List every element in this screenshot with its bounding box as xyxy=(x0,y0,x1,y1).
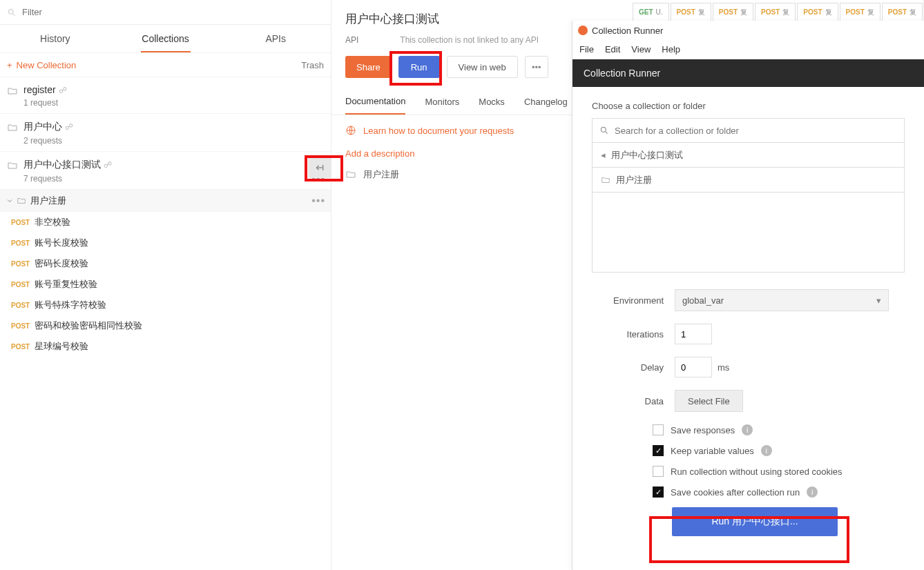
request-tab[interactable]: POST复 xyxy=(713,3,753,21)
collection-sub: 1 request xyxy=(23,98,324,108)
menu-edit[interactable]: Edit xyxy=(605,44,620,55)
menu-file[interactable]: File xyxy=(579,44,594,55)
more-icon[interactable]: ••• xyxy=(311,195,325,207)
method-badge: POST xyxy=(11,239,35,247)
request-item[interactable]: POST非空校验 xyxy=(0,212,331,233)
save-responses-checkbox[interactable] xyxy=(653,424,664,435)
keep-variable-checkbox[interactable] xyxy=(653,445,664,456)
runner-list-empty xyxy=(592,193,905,273)
request-item[interactable]: POST密码长度校验 xyxy=(0,253,331,274)
subtab-documentation[interactable]: Documentation xyxy=(345,89,405,115)
request-tab[interactable]: POST复 xyxy=(797,3,838,21)
search-icon xyxy=(7,8,17,17)
method-badge: POST xyxy=(761,8,780,16)
new-collection-row: + New Collection Trash xyxy=(0,52,331,77)
share-icon: ☍ xyxy=(65,122,73,132)
request-tab[interactable]: GETU. xyxy=(633,3,669,21)
filter-input[interactable] xyxy=(22,7,324,17)
request-item[interactable]: POST账号特殊字符校验 xyxy=(0,295,331,315)
delay-unit: ms xyxy=(718,362,729,373)
request-item[interactable]: POST星球编号校验 xyxy=(0,336,331,357)
crumb-text: 用户中心接口测试 xyxy=(611,149,683,161)
subtab-mocks[interactable]: Mocks xyxy=(479,89,505,115)
runner-item-text: 用户注册 xyxy=(616,174,652,186)
chevron-down-icon: ▾ xyxy=(876,295,881,306)
method-badge: POST xyxy=(11,219,35,226)
trash-link[interactable]: Trash xyxy=(301,60,324,70)
run-button[interactable]: Run xyxy=(398,56,440,78)
tab-history[interactable]: History xyxy=(0,25,110,52)
collapse-panel-button[interactable] xyxy=(308,157,331,178)
info-icon[interactable]: i xyxy=(742,424,753,435)
view-in-web-button[interactable]: View in web xyxy=(447,56,518,78)
runner-search-input[interactable] xyxy=(615,126,897,136)
collection-name: register xyxy=(23,84,56,95)
method-badge: POST xyxy=(11,302,35,309)
collection-item[interactable]: register ☍ 1 request xyxy=(0,77,331,114)
globe-icon xyxy=(345,125,356,136)
environment-value: global_var xyxy=(682,295,724,306)
collection-item[interactable]: 用户中心接口测试 ☍ 7 requests ••• xyxy=(0,152,331,190)
method-badge: POST xyxy=(888,8,907,16)
subtab-changelog[interactable]: Changelog xyxy=(524,89,568,115)
share-button[interactable]: Share xyxy=(345,56,392,78)
folder-icon xyxy=(7,86,18,97)
svg-point-5 xyxy=(601,127,606,132)
request-tab[interactable]: POST复 xyxy=(755,3,796,21)
more-button[interactable]: ••• xyxy=(525,56,548,78)
request-name: 非空校验 xyxy=(35,216,70,228)
method-badge: POST xyxy=(677,8,695,16)
api-label: API xyxy=(345,35,358,45)
info-icon[interactable]: i xyxy=(807,487,818,498)
select-file-button[interactable]: Select File xyxy=(675,390,743,412)
save-cookies-checkbox[interactable] xyxy=(653,487,664,498)
method-badge: POST xyxy=(11,281,35,288)
request-tabs-bar: GETU. POST复 POST复 POST复 POST复 POST复 POST… xyxy=(633,0,924,21)
data-label: Data xyxy=(592,396,675,406)
runner-folder-item[interactable]: 用户注册 xyxy=(592,168,905,193)
request-name: 密码长度校验 xyxy=(35,257,88,270)
collection-item[interactable]: 用户中心 ☍ 2 requests xyxy=(0,114,331,152)
save-responses-label: Save responses xyxy=(671,425,735,435)
folder-icon xyxy=(601,175,610,185)
runner-titlebar: Collection Runner xyxy=(572,21,924,40)
runner-breadcrumb[interactable]: ◂ 用户中心接口测试 xyxy=(592,143,905,168)
learn-text: Learn how to document your requests xyxy=(363,126,514,136)
caret-left-icon: ◂ xyxy=(601,150,606,160)
save-cookies-label: Save cookies after collection run xyxy=(671,487,800,498)
svg-point-0 xyxy=(8,9,13,14)
iterations-input[interactable] xyxy=(675,324,712,344)
new-collection-label: New Collection xyxy=(17,60,77,70)
folder-icon xyxy=(17,196,26,206)
tab-label: 复 xyxy=(740,8,747,17)
menu-view[interactable]: View xyxy=(631,44,651,55)
request-tab[interactable]: POST复 xyxy=(671,3,711,21)
request-item[interactable]: POST账号长度校验 xyxy=(0,233,331,253)
environment-label: Environment xyxy=(592,295,675,306)
new-collection-button[interactable]: + New Collection xyxy=(7,60,76,70)
runner-header: Collection Runner xyxy=(572,59,924,87)
info-icon[interactable]: i xyxy=(761,445,772,456)
method-badge: POST xyxy=(11,322,35,330)
environment-select[interactable]: global_var ▾ xyxy=(675,289,889,311)
folder-row[interactable]: 用户注册 ••• xyxy=(0,190,331,212)
subtab-monitors[interactable]: Monitors xyxy=(425,89,459,115)
sidebar: History Collections APIs + New Collectio… xyxy=(0,0,331,570)
search-icon xyxy=(599,126,609,135)
tab-collections[interactable]: Collections xyxy=(110,25,221,52)
runner-search-box xyxy=(592,118,905,143)
request-item[interactable]: POST账号重复性校验 xyxy=(0,274,331,295)
svg-line-6 xyxy=(606,132,608,134)
run-collection-button[interactable]: Run 用户中心接口... xyxy=(672,507,838,536)
request-tab[interactable]: POST复 xyxy=(882,3,923,21)
no-cookies-checkbox[interactable] xyxy=(653,466,664,477)
filter-row xyxy=(0,0,331,25)
request-tab[interactable]: POST复 xyxy=(840,3,880,21)
menu-help[interactable]: Help xyxy=(662,44,680,55)
tab-apis[interactable]: APIs xyxy=(220,25,331,52)
request-item[interactable]: POST密码和校验密码相同性校验 xyxy=(0,315,331,336)
share-icon: ☍ xyxy=(59,86,67,95)
delay-input[interactable] xyxy=(675,357,712,377)
request-name: 账号重复性校验 xyxy=(35,278,97,291)
collection-sub: 7 requests xyxy=(23,174,324,184)
